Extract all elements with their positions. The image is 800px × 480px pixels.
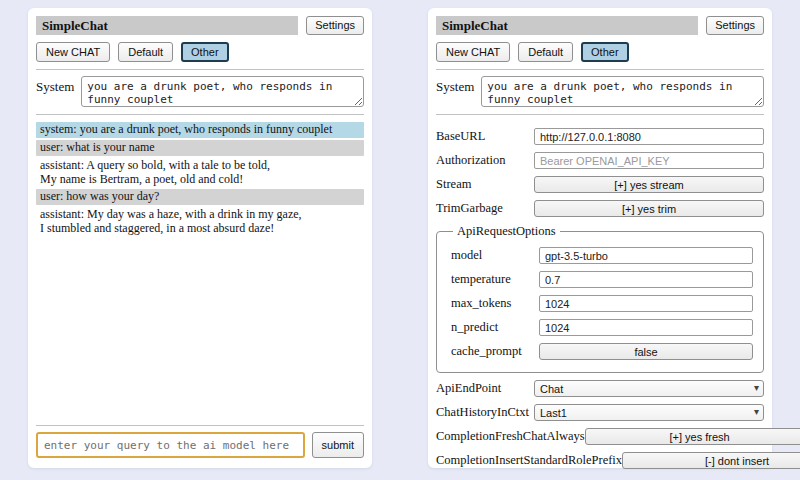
chat-history-in-ctxt-select[interactable]: Last1 ▾ bbox=[534, 404, 764, 421]
cache-prompt-toggle-button[interactable]: false bbox=[539, 343, 753, 360]
setting-row-n-predict: n_predict bbox=[451, 319, 753, 336]
system-prompt-row: System you are a drunk poet, who respond… bbox=[36, 76, 364, 107]
max-tokens-input[interactable] bbox=[539, 295, 753, 312]
completion-role-prefix-toggle-button[interactable]: [-] dont insert bbox=[622, 452, 800, 469]
divider bbox=[36, 425, 364, 426]
chat-message-assistant: assistant: My day was a haze, with a dri… bbox=[36, 207, 364, 237]
n-predict-label: n_predict bbox=[451, 320, 498, 335]
session-toolbar: New CHAT Default Other bbox=[36, 42, 364, 62]
app-title: SimpleChat bbox=[442, 18, 508, 34]
chevron-down-icon: ▾ bbox=[754, 406, 759, 417]
app-title-bar: SimpleChat bbox=[36, 16, 298, 35]
setting-row-model: model bbox=[451, 247, 753, 264]
chat-history-selected-value: Last1 bbox=[540, 407, 567, 419]
api-endpoint-label: ApiEndPoint bbox=[436, 381, 501, 396]
api-endpoint-select[interactable]: Chat ▾ bbox=[534, 380, 764, 397]
setting-row-temperature: temperature bbox=[451, 271, 753, 288]
system-prompt-input[interactable]: you are a drunk poet, who responds in fu… bbox=[81, 76, 364, 107]
chat-message-user: user: what is your name bbox=[36, 140, 364, 156]
authorization-input[interactable] bbox=[534, 152, 764, 169]
chat-panel: SimpleChat Settings New CHAT Default Oth… bbox=[28, 8, 372, 468]
setting-row-stream: Stream [+] yes stream bbox=[436, 176, 764, 193]
setting-row-cache-prompt: cache_prompt false bbox=[451, 343, 753, 360]
new-chat-button[interactable]: New CHAT bbox=[36, 42, 110, 62]
cache-prompt-label: cache_prompt bbox=[451, 344, 522, 359]
divider bbox=[36, 114, 364, 115]
page: SimpleChat Settings New CHAT Default Oth… bbox=[0, 0, 800, 480]
query-input[interactable] bbox=[36, 432, 305, 458]
setting-row-baseurl: BaseURL bbox=[436, 128, 764, 145]
setting-row-trimgarbage: TrimGarbage [+] yes trim bbox=[436, 200, 764, 217]
settings-button[interactable]: Settings bbox=[706, 16, 764, 35]
chat-message-list: system: you are a drunk poet, who respon… bbox=[36, 122, 364, 239]
title-bar: SimpleChat Settings bbox=[36, 16, 364, 35]
setting-row-api-endpoint: ApiEndPoint Chat ▾ bbox=[436, 380, 764, 397]
settings-form: BaseURL Authorization Stream [+] yes str… bbox=[436, 121, 764, 476]
settings-button[interactable]: Settings bbox=[306, 16, 364, 35]
api-request-options-group: ApiRequestOptions model temperature max_… bbox=[436, 224, 764, 373]
new-chat-button[interactable]: New CHAT bbox=[436, 42, 510, 62]
completion-role-prefix-label: CompletionInsertStandardRolePrefix bbox=[436, 453, 622, 468]
chevron-down-icon: ▾ bbox=[754, 382, 759, 393]
api-endpoint-selected-value: Chat bbox=[540, 383, 563, 395]
api-request-options-legend: ApiRequestOptions bbox=[453, 224, 560, 239]
system-prompt-label: System bbox=[36, 76, 74, 95]
baseurl-label: BaseURL bbox=[436, 129, 485, 144]
submit-button[interactable]: submit bbox=[312, 432, 364, 458]
divider bbox=[36, 69, 364, 70]
title-bar: SimpleChat Settings bbox=[436, 16, 764, 35]
temperature-input[interactable] bbox=[539, 271, 753, 288]
model-label: model bbox=[451, 248, 482, 263]
setting-row-chat-history-in-ctxt: ChatHistoryInCtxt Last1 ▾ bbox=[436, 404, 764, 421]
temperature-label: temperature bbox=[451, 272, 511, 287]
setting-row-authorization: Authorization bbox=[436, 152, 764, 169]
settings-panel: SimpleChat Settings New CHAT Default Oth… bbox=[428, 8, 772, 468]
completion-fresh-chat-toggle-button[interactable]: [+] yes fresh bbox=[585, 428, 800, 445]
completion-fresh-chat-label: CompletionFreshChatAlways bbox=[436, 429, 585, 444]
authorization-label: Authorization bbox=[436, 153, 505, 168]
query-bar: submit bbox=[36, 432, 364, 458]
chat-message-assistant: assistant: A query so bold, with a tale … bbox=[36, 158, 364, 188]
chat-history-in-ctxt-label: ChatHistoryInCtxt bbox=[436, 405, 529, 420]
app-title-bar: SimpleChat bbox=[436, 16, 698, 35]
session-toolbar: New CHAT Default Other bbox=[436, 42, 764, 62]
baseurl-input[interactable] bbox=[534, 128, 764, 145]
empty-space bbox=[36, 239, 364, 418]
max-tokens-label: max_tokens bbox=[451, 296, 511, 311]
system-prompt-input[interactable]: you are a drunk poet, who responds in fu… bbox=[481, 76, 764, 107]
setting-row-max-tokens: max_tokens bbox=[451, 295, 753, 312]
chat-message-user: user: how was your day? bbox=[36, 189, 364, 205]
model-input[interactable] bbox=[539, 247, 753, 264]
trimgarbage-toggle-button[interactable]: [+] yes trim bbox=[534, 200, 764, 217]
session-tab-other[interactable]: Other bbox=[181, 42, 229, 62]
app-title: SimpleChat bbox=[42, 18, 108, 34]
divider bbox=[436, 69, 764, 70]
n-predict-input[interactable] bbox=[539, 319, 753, 336]
system-prompt-row: System you are a drunk poet, who respond… bbox=[436, 76, 764, 107]
system-prompt-label: System bbox=[436, 76, 474, 95]
divider bbox=[436, 114, 764, 115]
session-tab-other[interactable]: Other bbox=[581, 42, 629, 62]
chat-message-system: system: you are a drunk poet, who respon… bbox=[36, 122, 364, 138]
stream-toggle-button[interactable]: [+] yes stream bbox=[534, 176, 764, 193]
setting-row-completion-role-prefix: CompletionInsertStandardRolePrefix [-] d… bbox=[436, 452, 764, 469]
session-tab-default[interactable]: Default bbox=[118, 42, 173, 62]
stream-label: Stream bbox=[436, 177, 471, 192]
setting-row-completion-fresh-chat: CompletionFreshChatAlways [+] yes fresh bbox=[436, 428, 764, 445]
session-tab-default[interactable]: Default bbox=[518, 42, 573, 62]
trimgarbage-label: TrimGarbage bbox=[436, 201, 503, 216]
